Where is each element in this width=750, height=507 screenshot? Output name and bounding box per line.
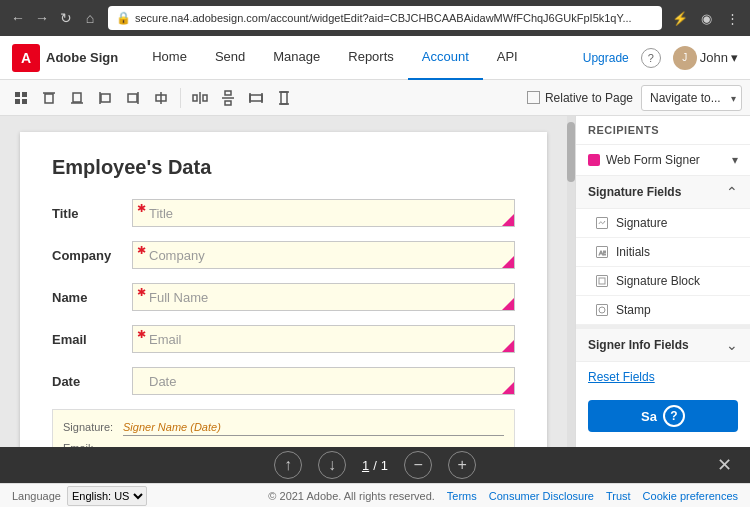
sig-label: Signature: [63, 421, 123, 433]
signature-field-icon [596, 217, 608, 229]
main-area: Employee's Data Title ✱ Title Company [0, 116, 750, 447]
recipient-dropdown-icon[interactable]: ▾ [732, 153, 738, 167]
next-page-button[interactable]: ↓ [318, 451, 346, 479]
footer-consumer-disclosure-link[interactable]: Consumer Disclosure [489, 490, 594, 502]
toolbar-align-center-icon[interactable] [148, 85, 174, 111]
signature-fields-title: Signature Fields [588, 185, 681, 199]
form-scroll[interactable]: Employee's Data Title ✱ Title Company [0, 116, 567, 447]
total-pages: 1 [381, 458, 388, 473]
zoom-in-button[interactable]: + [448, 451, 476, 479]
email-line [123, 440, 504, 447]
field-input-wrap-email: ✱ Email [132, 325, 515, 353]
navigate-to-select[interactable]: Navigate to... [641, 85, 742, 111]
menu-icon[interactable]: ⋮ [722, 8, 742, 28]
user-name: John [700, 50, 728, 65]
field-placeholder-date: Date [149, 374, 176, 389]
field-item-signature[interactable]: Signature [576, 209, 750, 238]
signature-block: Signature: Signer Name (Date) Email: [52, 409, 515, 447]
upgrade-button[interactable]: Upgrade [583, 51, 629, 65]
field-item-initials[interactable]: AB Initials [576, 238, 750, 267]
save-button[interactable]: Sa ? [588, 400, 738, 432]
bottom-bar: ↑ ↓ 1 / 1 − + ✕ [0, 447, 750, 483]
footer-terms-link[interactable]: Terms [447, 490, 477, 502]
toolbar-align-right-icon[interactable] [120, 85, 146, 111]
form-scrollbar[interactable] [567, 116, 575, 447]
relative-to-page-checkbox[interactable] [527, 91, 540, 104]
nav-reports[interactable]: Reports [334, 36, 408, 80]
footer-trust-link[interactable]: Trust [606, 490, 631, 502]
field-input-date[interactable]: Date [132, 367, 515, 395]
toolbar-align-left-icon[interactable] [92, 85, 118, 111]
field-placeholder-title: Title [149, 206, 173, 221]
field-input-email[interactable]: ✱ Email [132, 325, 515, 353]
relative-to-page-label: Relative to Page [545, 91, 633, 105]
zoom-out-button[interactable]: − [404, 451, 432, 479]
field-row-title: Title ✱ Title [52, 199, 515, 227]
form-title: Employee's Data [52, 156, 515, 179]
help-circle-icon[interactable]: ? [663, 405, 685, 427]
recipient-info: Web Form Signer [588, 153, 700, 167]
nav-send[interactable]: Send [201, 36, 259, 80]
help-button[interactable]: ? [641, 48, 661, 68]
field-label-name: Name [52, 290, 132, 305]
page-indicator: 1 / 1 [362, 458, 388, 473]
field-corner-name [502, 298, 514, 310]
svg-rect-23 [281, 92, 287, 104]
browser-actions: ⚡ ◉ ⋮ [670, 8, 742, 28]
nav-manage[interactable]: Manage [259, 36, 334, 80]
extensions-icon[interactable]: ⚡ [670, 8, 690, 28]
nav-account[interactable]: Account [408, 36, 483, 80]
field-corner-company [502, 256, 514, 268]
field-item-stamp[interactable]: Stamp [576, 296, 750, 325]
field-input-name[interactable]: ✱ Full Name [132, 283, 515, 311]
address-bar[interactable]: 🔒 secure.na4.adobesign.com/account/widge… [108, 6, 662, 30]
refresh-button[interactable]: ↻ [56, 8, 76, 28]
svg-rect-0 [15, 92, 20, 97]
save-label: Sa [641, 409, 657, 424]
form-page: Employee's Data Title ✱ Title Company [20, 132, 547, 447]
stamp-field-icon [596, 304, 608, 316]
signer-info-collapse-icon[interactable]: ⌄ [726, 337, 738, 353]
signature-fields-collapse-icon[interactable]: ⌃ [726, 184, 738, 200]
field-corner-email [502, 340, 514, 352]
back-button[interactable]: ← [8, 8, 28, 28]
sig-row: Signature: Signer Name (Date) [63, 418, 504, 436]
footer-cookies-link[interactable]: Cookie preferences [643, 490, 738, 502]
toolbar-distribute-h-icon[interactable] [187, 85, 213, 111]
field-input-title[interactable]: ✱ Title [132, 199, 515, 227]
toolbar-align-top-icon[interactable] [36, 85, 62, 111]
footer-left: Language English: US [12, 486, 147, 506]
right-panel: RECIPIENTS Web Form Signer ▾ Signature F… [575, 116, 750, 447]
nav-home[interactable]: Home [138, 36, 201, 80]
relative-to-page-toggle[interactable]: Relative to Page [527, 91, 633, 105]
field-item-signature-block[interactable]: Signature Block [576, 267, 750, 296]
language-label: Language [12, 490, 61, 502]
home-button[interactable]: ⌂ [80, 8, 100, 28]
user-menu[interactable]: J John ▾ [673, 46, 738, 70]
field-corner-title [502, 214, 514, 226]
toolbar: Relative to Page Navigate to... [0, 80, 750, 116]
toolbar-distribute-v-icon[interactable] [215, 85, 241, 111]
field-input-company[interactable]: ✱ Company [132, 241, 515, 269]
field-input-wrap-company: ✱ Company [132, 241, 515, 269]
language-select[interactable]: English: US [67, 486, 147, 506]
svg-rect-15 [203, 95, 207, 101]
toolbar-equal-width-icon[interactable] [243, 85, 269, 111]
reset-fields-link[interactable]: Reset Fields [576, 362, 750, 392]
nav-api[interactable]: API [483, 36, 532, 80]
toolbar-move-icon[interactable] [8, 85, 34, 111]
close-button[interactable]: ✕ [710, 451, 738, 479]
svg-rect-5 [45, 94, 53, 103]
profile-icon[interactable]: ◉ [696, 8, 716, 28]
field-row-date: Date Date [52, 367, 515, 395]
save-area: Sa ? [576, 392, 750, 440]
prev-page-button[interactable]: ↑ [274, 451, 302, 479]
field-row-name: Name ✱ Full Name [52, 283, 515, 311]
security-icon: 🔒 [116, 11, 131, 25]
toolbar-align-bottom-icon[interactable] [64, 85, 90, 111]
app-header: A Adobe Sign Home Send Manage Reports Ac… [0, 36, 750, 80]
forward-button[interactable]: → [32, 8, 52, 28]
toolbar-equal-height-icon[interactable] [271, 85, 297, 111]
recipient-row[interactable]: Web Form Signer ▾ [576, 145, 750, 176]
page-separator: / [373, 458, 377, 473]
